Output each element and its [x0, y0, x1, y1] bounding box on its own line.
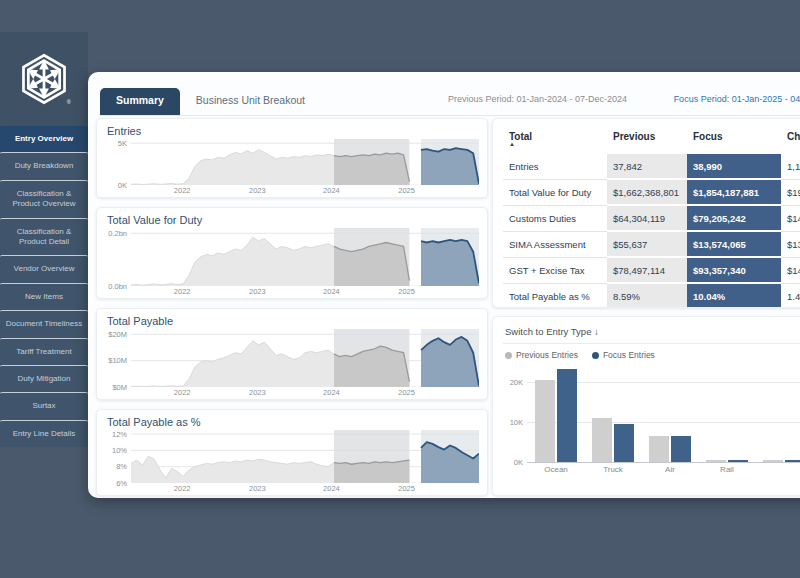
- table-header-previous[interactable]: Previous: [607, 127, 687, 154]
- x-tick-label: 2024: [323, 287, 340, 296]
- bar-category-label: Air: [665, 465, 675, 474]
- sidebar-item-entry-line-details[interactable]: Entry Line Details: [0, 420, 88, 447]
- x-tick-label: 2023: [249, 287, 266, 296]
- change-value: $191,819,080: [781, 180, 800, 206]
- bar-x-axis: OceanTruckAirRail: [527, 462, 800, 476]
- sidebar-item-surtax[interactable]: Surtax: [0, 392, 88, 419]
- y-tick-label: 0.2bn: [108, 229, 127, 238]
- x-tick-label: 2024: [323, 484, 340, 493]
- table-header-focus[interactable]: Focus: [687, 127, 781, 154]
- bar-group-truck: [592, 418, 634, 462]
- bar-focus-truck[interactable]: [614, 424, 634, 462]
- sidebar-item-classification-product-detail[interactable]: Classification & Product Detail: [0, 218, 88, 256]
- x-tick-label: 2022: [174, 388, 191, 397]
- tab-bar: Summary Business Unit Breakout Previous …: [100, 88, 800, 116]
- focus-value: $13,574,065: [687, 232, 781, 258]
- sidebar-item-entry-overview[interactable]: Entry Overview: [0, 126, 88, 152]
- hexagon-arrows-logo-icon: ®: [17, 52, 71, 106]
- y-axis-labels: $20M$10M$0M: [105, 329, 131, 387]
- focus-value: $93,357,340: [687, 258, 781, 284]
- previous-period-label: Previous Period: 01-Jan-2024 - 07-Dec-20…: [448, 94, 627, 104]
- x-axis-labels: 2022202320242025: [131, 387, 479, 398]
- x-tick-label: 2023: [249, 484, 266, 493]
- legend-label: Focus Entries: [603, 350, 655, 360]
- chart-panel-entries: Entries5K0K2022202320242025: [96, 118, 488, 198]
- x-tick-label: 2025: [398, 186, 415, 195]
- y-tick-label: $10M: [108, 356, 127, 365]
- y-tick-label: 10%: [112, 446, 127, 455]
- sidebar-item-vendor-overview[interactable]: Vendor Overview: [0, 255, 88, 282]
- y-tick-label: 6%: [116, 479, 127, 488]
- totals-table-card: Total▲PreviousFocusChangeEntries37,84238…: [492, 118, 800, 308]
- area-plot[interactable]: [131, 430, 479, 483]
- x-tick-label: 2022: [174, 186, 191, 195]
- change-value: $14,901,123: [781, 206, 800, 232]
- previous-value: 8.59%: [607, 284, 687, 308]
- tab-business-unit-breakout[interactable]: Business Unit Breakout: [180, 88, 321, 115]
- tab-summary[interactable]: Summary: [100, 88, 180, 115]
- trend-charts-column: Entries5K0K2022202320242025Total Value f…: [96, 118, 488, 496]
- bar-y-axis: 20K10K0K: [503, 366, 527, 462]
- change-value: 1.45%: [781, 284, 800, 308]
- y-tick-label: 12%: [112, 430, 127, 439]
- focus-value: 38,990: [687, 154, 781, 180]
- sidebar-item-classification-product-overview[interactable]: Classification & Product Overview: [0, 180, 88, 218]
- legend-item-previous-entries[interactable]: Previous Entries: [505, 350, 578, 360]
- sidebar-item-tariff-treatment[interactable]: Tariff Treatment: [0, 338, 88, 365]
- sidebar-item-new-items[interactable]: New Items: [0, 283, 88, 310]
- previous-value: $55,637: [607, 232, 687, 258]
- bar-category-label: Ocean: [544, 465, 568, 474]
- chart-panel-total-payable: Total Payable$20M$10M$0M2022202320242025: [96, 308, 488, 400]
- x-tick-label: 2025: [398, 484, 415, 493]
- focus-value: $1,854,187,881: [687, 180, 781, 206]
- sidebar-item-duty-mitigation[interactable]: Duty Mitigation: [0, 365, 88, 392]
- bar-group-air: [649, 436, 691, 462]
- y-tick-label: 0K: [118, 181, 127, 190]
- legend-item-focus-entries[interactable]: Focus Entries: [592, 350, 655, 360]
- previous-value: $64,304,119: [607, 206, 687, 232]
- table-header-total[interactable]: Total▲: [503, 127, 607, 154]
- bar-previous-ocean[interactable]: [535, 380, 555, 462]
- chart-panel-total-payable-as: Total Payable as %12%10%8%6%202220232024…: [96, 409, 488, 496]
- bar-group-ocean: [535, 369, 577, 462]
- change-value: 1,148: [781, 154, 800, 180]
- x-tick-label: 2024: [323, 186, 340, 195]
- area-plot[interactable]: [131, 228, 479, 286]
- bar-previous-truck[interactable]: [592, 418, 612, 462]
- row-label: Total Value for Duty: [503, 180, 607, 206]
- chart-title: Total Value for Duty: [107, 214, 479, 226]
- y-tick-label: $20M: [108, 330, 127, 339]
- area-plot[interactable]: [131, 329, 479, 387]
- previous-value: $78,497,114: [607, 258, 687, 284]
- sidebar-nav: Entry OverviewDuty BreakdownClassificati…: [0, 126, 88, 447]
- x-tick-label: 2025: [398, 287, 415, 296]
- row-label: Customs Duties: [503, 206, 607, 232]
- bar-chart: 20K10K0K: [503, 366, 800, 462]
- focus-period-label: Focus Period: 01-Jan-2025 - 04: [674, 94, 800, 104]
- legend-label: Previous Entries: [516, 350, 578, 360]
- period-labels: Previous Period: 01-Jan-2024 - 07-Dec-20…: [448, 94, 800, 104]
- switch-entry-type-button[interactable]: Switch to Entry Type ↓: [503, 323, 800, 344]
- bar-focus-ocean[interactable]: [557, 369, 577, 462]
- focus-value: 10.04%: [687, 284, 781, 308]
- row-label: Entries: [503, 154, 607, 180]
- y-axis-labels: 12%10%8%6%: [105, 430, 131, 483]
- sidebar: ® Entry OverviewDuty BreakdownClassifica…: [0, 32, 88, 444]
- sort-indicator-icon: ▲: [509, 142, 599, 146]
- bar-y-tick-label: 10K: [510, 418, 523, 427]
- y-tick-label: 8%: [116, 462, 127, 471]
- bar-category-label: Rail: [720, 465, 734, 474]
- table-header-change[interactable]: Change: [781, 127, 800, 154]
- x-axis-labels: 2022202320242025: [131, 185, 479, 196]
- bar-focus-air[interactable]: [671, 436, 691, 462]
- sidebar-item-duty-breakdown[interactable]: Duty Breakdown: [0, 152, 88, 179]
- focus-value: $79,205,242: [687, 206, 781, 232]
- bar-legend: Previous EntriesFocus Entries: [503, 344, 800, 364]
- legend-dot-icon: [505, 352, 512, 359]
- x-tick-label: 2025: [398, 388, 415, 397]
- sidebar-item-document-timeliness[interactable]: Document Timeliness: [0, 310, 88, 337]
- area-plot[interactable]: [131, 139, 479, 185]
- chart-title: Total Payable: [107, 315, 479, 327]
- bar-previous-air[interactable]: [649, 436, 669, 462]
- x-tick-label: 2022: [174, 484, 191, 493]
